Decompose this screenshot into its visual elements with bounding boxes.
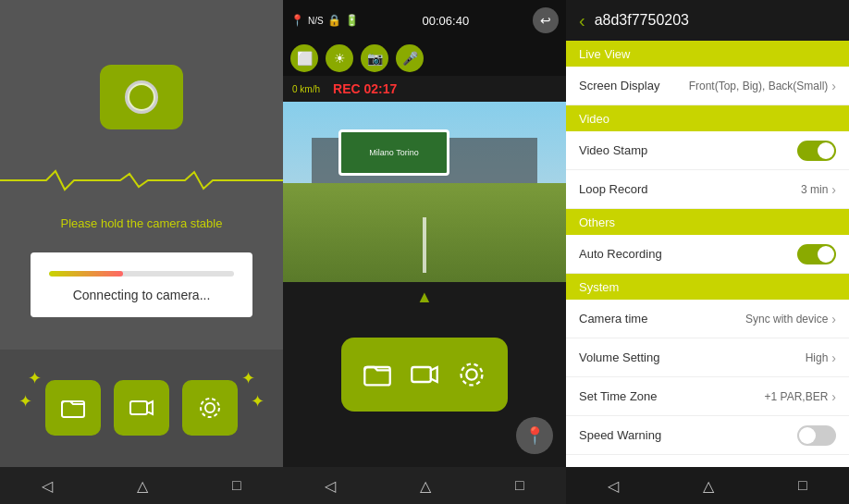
nav-bar-panel1: ◁ △ □ [0, 467, 283, 504]
home-nav-3[interactable]: △ [703, 477, 714, 495]
heartbeat-line [0, 166, 283, 194]
timezone-label: Set Time Zone [579, 389, 658, 403]
files-icon-btn[interactable] [45, 380, 101, 436]
video-camera-icon [129, 395, 154, 421]
svg-point-4 [201, 399, 219, 417]
video-stamp-row[interactable]: Video Stamp [566, 131, 849, 170]
rec-timer: REC 02:17 [333, 81, 397, 96]
settings-list: Live View Screen Display Front(Top, Big)… [566, 41, 849, 467]
video-icon-btn[interactable] [114, 380, 169, 436]
header-icon-group: 00:06:40 [423, 14, 470, 28]
auto-recording-label: Auto Recording [579, 247, 662, 261]
connecting-text: Connecting to camera... [73, 288, 211, 302]
back-nav-2[interactable]: ◁ [325, 477, 336, 495]
loop-record-row[interactable]: Loop Record 3 min › [566, 170, 849, 209]
recent-nav-2[interactable]: □ [515, 477, 524, 494]
chevron-tz-icon: › [831, 389, 836, 404]
timezone-row[interactable]: Set Time Zone +1 PAR,BER › [566, 377, 849, 416]
settings-icon-btn[interactable] [182, 380, 238, 436]
section-live-view: Live View [566, 41, 849, 67]
live-view-title: Live View [579, 47, 630, 61]
back-arrow-icon[interactable]: ‹ [579, 10, 585, 31]
camera-switch-btn[interactable]: 📷 [361, 44, 388, 72]
screen-display-label: Screen Display [579, 79, 659, 92]
screen-display-row[interactable]: Screen Display Front(Top, Big), Back(Sma… [566, 67, 849, 105]
chevron-loop-icon: › [831, 182, 836, 197]
auto-recording-row[interactable]: Auto Recording [566, 235, 849, 274]
speed-warning-toggle[interactable] [797, 425, 836, 446]
volume-setting-row[interactable]: Volume Setting High › [566, 338, 849, 377]
panel2-back-btn[interactable]: ↩ [533, 7, 559, 33]
auto-recording-toggle[interactable] [797, 244, 836, 264]
home-nav-2[interactable]: △ [420, 477, 431, 495]
camera-icon-large [100, 65, 183, 129]
panel1-bottom: ✦ ✦ ✦ ✦ [0, 350, 283, 468]
chevron-right-icon: › [831, 79, 836, 93]
device-id-text: a8d3f7750203 [595, 12, 689, 29]
home-nav-icon[interactable]: △ [137, 477, 148, 495]
road-marking [423, 217, 426, 273]
battery-icon: 🔋 [345, 14, 359, 27]
chevron-vol-icon: › [831, 350, 836, 365]
nav-bar-panel2: ◁ △ □ [283, 467, 566, 504]
volume-setting-label: Volume Setting [579, 350, 659, 364]
bottom-controls-bar [341, 338, 508, 412]
camera-time-value: Sync with device › [745, 312, 836, 326]
svg-point-8 [466, 369, 476, 379]
video-stamp-label: Video Stamp [579, 143, 647, 157]
folder-ctrl-icon [363, 360, 392, 389]
video-stamp-toggle[interactable] [797, 141, 836, 161]
back-nav-3[interactable]: ◁ [608, 477, 619, 495]
mic-btn[interactable]: 🎤 [396, 44, 424, 72]
speed-warning-row[interactable]: Speed Warning [566, 416, 849, 455]
panel-settings: ‹ a8d3f7750203 Live View Screen Display … [566, 0, 849, 504]
video-title: Video [579, 112, 609, 126]
svg-marker-2 [147, 401, 153, 414]
panel2-bottom: ▲ [283, 282, 566, 467]
bottom-icon-row [45, 380, 238, 436]
sparkle-icon-3: ✦ [18, 391, 32, 412]
panel2-header: 📍 N/S 🔒 🔋 00:06:40 ↩ [283, 0, 566, 41]
back-nav-icon[interactable]: ◁ [42, 477, 53, 495]
header-status: 📍 N/S 🔒 🔋 [290, 14, 359, 27]
loop-record-value: 3 min › [801, 182, 836, 197]
camera-time-row[interactable]: Camera time Sync with device › [566, 300, 849, 338]
section-video: Video [566, 105, 849, 131]
camera-view: Milano Torino [283, 102, 566, 282]
panel-connecting: Please hold the camera stable Connecting… [0, 0, 283, 504]
brightness-btn[interactable]: ☀ [326, 44, 353, 72]
progress-fill [49, 271, 123, 277]
svg-rect-1 [130, 401, 147, 414]
camera-time-label: Camera time [579, 312, 647, 326]
up-arrow-icon: ▲ [416, 288, 433, 307]
speed-display: 0 km/h [292, 84, 320, 94]
chevron-camtime-icon: › [831, 312, 836, 326]
settings-header: ‹ a8d3f7750203 [566, 0, 849, 41]
svg-point-3 [205, 403, 215, 412]
sign-text: Milano Torino [369, 148, 418, 157]
files-ctrl-btn[interactable] [357, 354, 398, 395]
location-icon: 📍 [290, 14, 304, 27]
recent-nav-3[interactable]: □ [798, 477, 807, 494]
screen-toggle-btn[interactable]: ⬜ [290, 44, 318, 72]
top-controls: ⬜ ☀ 📷 🎤 [283, 41, 566, 76]
section-others: Others [566, 209, 849, 235]
sparkle-icon-2: ✦ [241, 368, 255, 388]
gear-icon [197, 395, 223, 421]
loop-record-label: Loop Record [579, 182, 647, 196]
sparkle-icon-1: ✦ [28, 368, 42, 388]
nav-bar-panel3: ◁ △ □ [566, 467, 849, 504]
video-ctrl-btn[interactable] [404, 354, 445, 395]
gps-btn[interactable]: 📍 [516, 417, 553, 454]
rec-bar: 0 km/h REC 02:17 [283, 76, 566, 102]
folder-icon [60, 395, 86, 421]
hold-camera-text: Please hold the camera stable [61, 216, 223, 230]
video-ctrl-icon [410, 360, 439, 389]
recent-nav-icon[interactable]: □ [232, 477, 241, 494]
sparkle-icon-4: ✦ [251, 391, 265, 412]
connecting-box: Connecting to camera... [31, 252, 252, 317]
gsensor-row[interactable]: Gsensor Open - Low sensitivity › [566, 455, 849, 467]
panel1-top-area [0, 0, 283, 203]
settings-ctrl-btn[interactable] [451, 354, 492, 395]
svg-marker-7 [431, 367, 437, 382]
